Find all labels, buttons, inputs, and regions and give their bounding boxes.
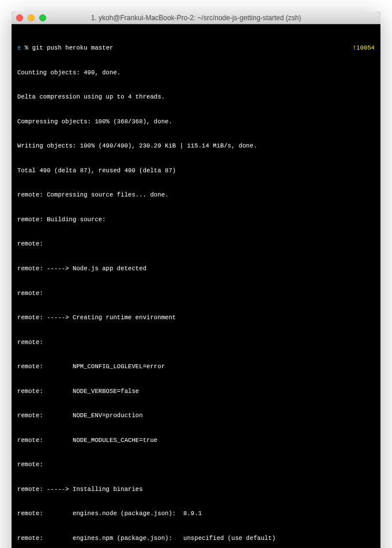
output-line: Counting objects: 490, done. [17, 69, 375, 77]
output-line: remote: NPM_CONFIG_LOGLEVEL=error [17, 362, 375, 371]
output-line: Compressing objects: 100% (368/368), don… [17, 118, 375, 126]
close-icon[interactable] [16, 14, 23, 21]
output-line: remote: NODE_VERBOSE=false [17, 387, 375, 395]
output-line: remote: -----> Installing binaries [17, 485, 375, 493]
titlebar: 1. ykoh@Frankui-MacBook-Pro-2: ~/src/nod… [12, 12, 380, 24]
output-line: remote: Compressing source files... done… [17, 191, 375, 199]
window-title: 1. ykoh@Frankui-MacBook-Pro-2: ~/src/nod… [12, 14, 380, 22]
output-line: remote: NODE_ENV=production [17, 411, 375, 419]
output-line: Total 490 (delta 87), reused 490 (delta … [17, 167, 375, 175]
output-line: remote: -----> Creating runtime environm… [17, 313, 375, 322]
output-line: Delta compression using up to 4 threads. [17, 93, 375, 101]
output-line: remote: [17, 460, 375, 468]
output-line: remote: NODE_MODULES_CACHE=true [17, 436, 375, 444]
prompt-separator: % [25, 44, 28, 51]
prompt-symbol: ± [17, 44, 21, 51]
output-line: remote: [17, 240, 375, 248]
output-line: Writing objects: 100% (490/490), 230.29 … [17, 142, 375, 150]
minimize-icon[interactable] [28, 14, 35, 21]
output-line: remote: engines.node (package.json): 8.9… [17, 509, 375, 517]
prompt-command: git push heroku master [32, 44, 114, 51]
prompt-line: ± % git push heroku master !10054 [17, 44, 375, 52]
output-line: remote: -----> Node.js app detected [17, 264, 375, 273]
status-badge: !10054 [353, 44, 375, 52]
traffic-lights [16, 14, 46, 21]
terminal-window: 1. ykoh@Frankui-MacBook-Pro-2: ~/src/nod… [12, 12, 380, 548]
output-line: remote: [17, 289, 375, 297]
output-line: remote: [17, 338, 375, 346]
output-line: remote: engines.npm (package.json): unsp… [17, 534, 375, 542]
output-line: remote: Building source: [17, 216, 375, 224]
zoom-icon[interactable] [39, 14, 46, 21]
terminal-content[interactable]: ± % git push heroku master !10054 Counti… [12, 24, 380, 548]
